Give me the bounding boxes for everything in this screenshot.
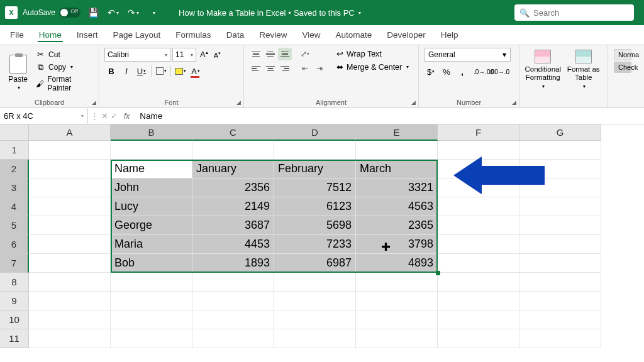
cell-B7[interactable]: Bob xyxy=(111,254,192,273)
fill-color-button[interactable]: ▾ xyxy=(174,64,187,78)
cell-F6[interactable] xyxy=(438,235,519,254)
increase-font-button[interactable]: A▴ xyxy=(198,50,210,59)
search-box[interactable]: 🔍 xyxy=(514,4,634,21)
cell-C2[interactable]: January xyxy=(192,160,274,178)
cell-G9[interactable] xyxy=(519,292,601,310)
cell-D8[interactable] xyxy=(274,273,356,292)
cell-A8[interactable] xyxy=(29,273,111,292)
cell-C6[interactable]: 4453 xyxy=(192,235,274,254)
tab-formulas[interactable]: Formulas xyxy=(174,28,212,42)
format-as-table-button[interactable]: Format as Table▾ xyxy=(565,50,602,106)
cell-G6[interactable] xyxy=(519,235,601,254)
cell-B5[interactable]: George xyxy=(111,216,192,235)
merge-center-button[interactable]: ⬌Merge & Center▾ xyxy=(336,62,409,72)
cell-G4[interactable] xyxy=(519,197,601,216)
orientation-button[interactable]: ⤢▾ xyxy=(298,48,312,60)
fx-icon[interactable]: fx xyxy=(124,112,130,121)
formula-input[interactable] xyxy=(136,111,644,121)
percent-format-button[interactable]: % xyxy=(440,65,453,79)
cell-B2[interactable]: Name xyxy=(111,160,192,178)
cell-B10[interactable] xyxy=(111,310,192,329)
cell-C3[interactable]: 2356 xyxy=(192,178,274,197)
row-header-1[interactable]: 1 xyxy=(0,141,29,160)
save-button[interactable]: 💾 xyxy=(86,5,101,20)
search-input[interactable] xyxy=(533,8,639,18)
cell-A7[interactable] xyxy=(29,254,111,273)
col-header-B[interactable]: B xyxy=(111,124,192,141)
font-size-combo[interactable]: 11▾ xyxy=(172,48,196,62)
cell-F9[interactable] xyxy=(438,292,519,310)
cell-B11[interactable] xyxy=(111,329,192,348)
cell-F11[interactable] xyxy=(438,329,519,348)
cell-A5[interactable] xyxy=(29,216,111,235)
cell-E2[interactable]: March xyxy=(356,160,438,178)
cell-C1[interactable] xyxy=(192,141,274,160)
cell-A11[interactable] xyxy=(29,329,111,348)
align-middle-button[interactable] xyxy=(264,48,277,60)
cell-C4[interactable]: 2149 xyxy=(192,197,274,216)
clipboard-launcher[interactable]: ◢ xyxy=(92,99,96,106)
align-left-button[interactable] xyxy=(249,62,263,75)
align-top-button[interactable] xyxy=(249,48,263,60)
cell-B3[interactable]: John xyxy=(111,178,192,197)
cell-E3[interactable]: 3321 xyxy=(356,178,438,197)
number-launcher[interactable]: ◢ xyxy=(512,99,516,106)
cell-D1[interactable] xyxy=(274,141,356,160)
tab-page-layout[interactable]: Page Layout xyxy=(112,28,162,42)
font-launcher[interactable]: ◢ xyxy=(236,99,241,106)
align-bottom-button[interactable] xyxy=(278,48,292,60)
increase-indent-button[interactable]: ⇥ xyxy=(313,62,326,75)
cell-G10[interactable] xyxy=(519,310,601,329)
cell-D6[interactable]: 7233 xyxy=(274,235,356,254)
col-header-F[interactable]: F xyxy=(438,124,519,141)
row-header-7[interactable]: 7 xyxy=(0,254,29,273)
accounting-format-button[interactable]: $▾ xyxy=(424,65,438,79)
cell-C8[interactable] xyxy=(192,273,274,292)
cell-A10[interactable] xyxy=(29,310,111,329)
cell-F10[interactable] xyxy=(438,310,519,329)
cell-A6[interactable] xyxy=(29,235,111,254)
name-box[interactable]: 6R x 4C▾ xyxy=(0,108,88,124)
tab-insert[interactable]: Insert xyxy=(75,28,99,42)
cell-B6[interactable]: Maria xyxy=(111,235,192,254)
autosave-toggle[interactable]: AutoSave Off xyxy=(23,8,80,18)
col-header-A[interactable]: A xyxy=(29,124,111,141)
cell-C10[interactable] xyxy=(192,310,274,329)
row-header-6[interactable]: 6 xyxy=(0,235,29,254)
row-header-9[interactable]: 9 xyxy=(0,292,29,310)
row-header-4[interactable]: 4 xyxy=(0,197,29,216)
cell-F5[interactable] xyxy=(438,216,519,235)
cell-D2[interactable]: February xyxy=(274,160,356,178)
wrap-text-button[interactable]: ↩Wrap Text xyxy=(336,49,409,58)
cell-G11[interactable] xyxy=(519,329,601,348)
format-painter-button[interactable]: 🖌Format Painter xyxy=(33,74,94,93)
tab-developer[interactable]: Developer xyxy=(386,28,427,42)
document-title[interactable]: How to Make a Table in Excel • Saved to … xyxy=(179,8,361,18)
cell-D5[interactable]: 5698 xyxy=(274,216,356,235)
cell-A1[interactable] xyxy=(29,141,111,160)
row-header-11[interactable]: 11 xyxy=(0,329,29,348)
increase-decimal-button[interactable]: .0→.00 xyxy=(477,65,491,79)
cell-D7[interactable]: 6987 xyxy=(274,254,356,273)
row-header-8[interactable]: 8 xyxy=(0,273,29,292)
undo-button[interactable]: ↶▾ xyxy=(106,5,121,20)
align-center-button[interactable] xyxy=(264,62,277,75)
col-header-D[interactable]: D xyxy=(274,124,356,141)
underline-button[interactable]: U▾ xyxy=(135,64,148,78)
cell-D3[interactable]: 7512 xyxy=(274,178,356,197)
cell-B4[interactable]: Lucy xyxy=(111,197,192,216)
align-right-button[interactable] xyxy=(278,62,292,75)
cell-C5[interactable]: 3687 xyxy=(192,216,274,235)
tab-view[interactable]: View xyxy=(301,28,321,42)
col-header-C[interactable]: C xyxy=(192,124,274,141)
cell-G8[interactable] xyxy=(519,273,601,292)
row-header-3[interactable]: 3 xyxy=(0,178,29,197)
conditional-formatting-button[interactable]: Conditional Formatting▾ xyxy=(525,50,562,106)
tab-data[interactable]: Data xyxy=(225,28,246,42)
comma-format-button[interactable]: , xyxy=(455,65,469,79)
cell-C11[interactable] xyxy=(192,329,274,348)
tab-review[interactable]: Review xyxy=(258,28,288,42)
cell-F7[interactable] xyxy=(438,254,519,273)
cell-B9[interactable] xyxy=(111,292,192,310)
borders-button[interactable]: ▾ xyxy=(154,64,168,78)
